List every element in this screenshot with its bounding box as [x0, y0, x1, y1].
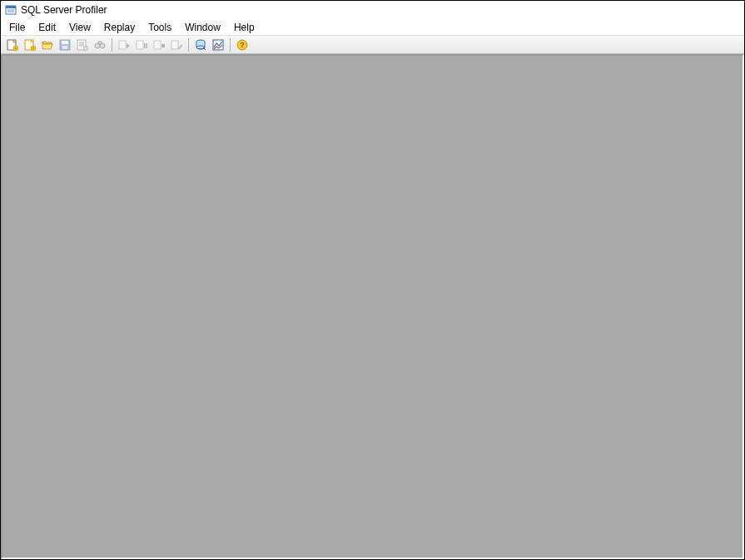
svg-rect-26 — [154, 41, 161, 49]
svg-rect-25 — [147, 43, 148, 48]
svg-rect-23 — [137, 41, 143, 49]
svg-rect-20 — [98, 42, 102, 44]
database-tuning-button[interactable] — [192, 37, 209, 53]
open-file-button[interactable] — [39, 37, 56, 53]
app-icon — [4, 3, 17, 17]
database-icon — [194, 38, 207, 52]
clear-trace-button — [168, 37, 185, 53]
toolbar: ? — [1, 36, 744, 54]
pause-icon — [135, 38, 148, 52]
properties-icon — [76, 38, 89, 52]
svg-point-17 — [84, 46, 88, 50]
pause-trace-button — [133, 37, 150, 53]
titlebar: SQL Server Profiler — [1, 1, 744, 19]
mdi-workspace — [1, 54, 744, 559]
svg-rect-28 — [171, 41, 178, 49]
menu-tools[interactable]: Tools — [142, 20, 178, 35]
toolbar-separator — [230, 38, 231, 52]
toolbar-separator — [188, 38, 189, 52]
chart-icon — [211, 38, 225, 52]
properties-button — [74, 37, 91, 53]
svg-rect-21 — [119, 41, 126, 49]
menubar: File Edit View Replay Tools Window Help — [1, 19, 744, 36]
eraser-icon — [170, 38, 183, 52]
play-icon — [117, 38, 131, 52]
binoculars-icon — [93, 38, 107, 52]
new-template-icon — [23, 38, 37, 52]
menu-help[interactable]: Help — [227, 20, 261, 35]
menu-file[interactable]: File — [2, 20, 32, 35]
new-trace-button[interactable] — [4, 37, 21, 53]
menu-replay[interactable]: Replay — [97, 20, 142, 35]
new-template-button[interactable] — [22, 37, 38, 53]
folder-open-icon — [41, 38, 54, 52]
stop-icon — [152, 38, 166, 52]
start-trace-button — [116, 37, 132, 53]
stop-trace-button — [151, 37, 167, 53]
svg-rect-27 — [161, 44, 165, 47]
menu-view[interactable]: View — [62, 20, 97, 35]
svg-rect-12 — [62, 46, 67, 49]
menu-edit[interactable]: Edit — [32, 20, 62, 35]
find-button — [92, 37, 108, 53]
svg-text:?: ? — [240, 41, 245, 49]
menu-window[interactable]: Window — [178, 20, 227, 35]
save-icon — [58, 38, 72, 52]
help-icon: ? — [236, 38, 249, 52]
save-button — [57, 37, 73, 53]
svg-rect-11 — [62, 41, 68, 44]
help-button[interactable]: ? — [234, 37, 251, 53]
svg-marker-22 — [127, 43, 130, 48]
svg-rect-24 — [144, 43, 146, 48]
app-title: SQL Server Profiler — [21, 4, 107, 16]
toolbar-separator — [112, 38, 112, 52]
new-trace-icon — [6, 38, 19, 52]
svg-rect-1 — [6, 6, 16, 8]
performance-monitor-button[interactable] — [210, 37, 226, 53]
